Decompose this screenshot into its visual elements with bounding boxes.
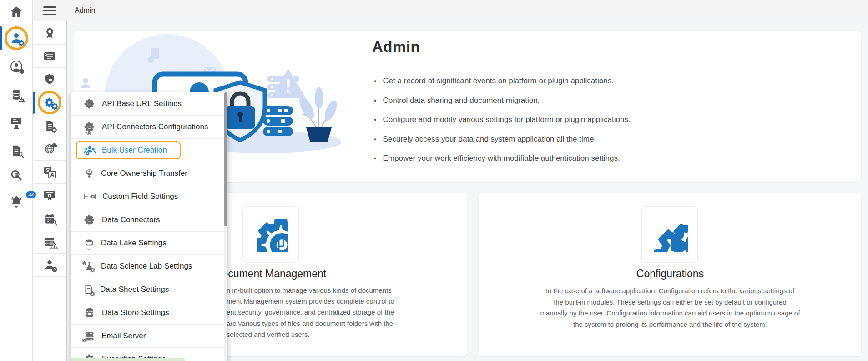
user-clock-icon bbox=[44, 259, 56, 271]
svg-text:$: $ bbox=[45, 52, 47, 56]
menu-item-core-ownership-transfer[interactable]: Core Ownership Transfer bbox=[71, 162, 227, 185]
menu-scrollbar-thumb[interactable] bbox=[224, 92, 227, 226]
top-bar: Admin bbox=[33, 0, 868, 21]
menu-item-api-connectors-configurations[interactable]: API API Connectors Configurations bbox=[71, 116, 227, 139]
sidebar-item-certificates[interactable] bbox=[33, 184, 66, 207]
secondary-sidebar: $ bbox=[33, 21, 67, 361]
user-info-icon bbox=[10, 60, 23, 73]
server-mail-icon bbox=[84, 331, 95, 341]
bottom-toast-peek bbox=[71, 358, 185, 361]
presentation-user-icon bbox=[10, 117, 23, 129]
admin-console: Admin bbox=[0, 0, 868, 361]
certificate-icon bbox=[44, 189, 56, 201]
flask-gear-icon bbox=[84, 261, 94, 272]
document-gear-icon bbox=[44, 120, 56, 132]
sidebar-item-schedule-search[interactable] bbox=[33, 207, 66, 230]
hero-bullet: Configure and modify various settings fo… bbox=[374, 110, 720, 130]
hamburger-menu-icon[interactable] bbox=[43, 6, 56, 15]
sidebar-item-data-sources[interactable] bbox=[0, 82, 33, 107]
translate-icon: A bbox=[44, 166, 56, 178]
sheet-gear-icon bbox=[84, 284, 93, 295]
server-alert-icon bbox=[44, 236, 56, 248]
configurations-gears-icon bbox=[45, 97, 55, 107]
card-title: Configurations bbox=[479, 268, 861, 280]
topbar-divider bbox=[67, 0, 67, 21]
sidebar-item-presentation[interactable] bbox=[0, 110, 33, 136]
data-search-icon bbox=[10, 169, 23, 182]
sidebar-item-security[interactable] bbox=[33, 68, 66, 91]
active-item-highlight: Bulk User Creation bbox=[76, 141, 181, 159]
hero-bullet-list: Get a record of significant events on pl… bbox=[374, 71, 720, 168]
configurations-flyout-menu: API Base URL Settings API API Connectors… bbox=[71, 92, 227, 361]
custom-field-icon bbox=[84, 192, 96, 202]
menu-item-data-sheet-settings[interactable]: Data Sheet Settings bbox=[71, 278, 227, 301]
certified-user-icon bbox=[44, 27, 56, 39]
gear-api-icon: API bbox=[84, 122, 95, 132]
sidebar-item-catalog-search[interactable] bbox=[0, 138, 33, 163]
menu-item-email-server[interactable]: Email Server bbox=[71, 325, 227, 348]
sidebar-item-user-activity[interactable] bbox=[33, 254, 66, 277]
breadcrumb: Admin bbox=[75, 6, 95, 15]
bulk-users-icon bbox=[84, 145, 96, 156]
sidebar-item-configurations[interactable] bbox=[33, 91, 66, 114]
menu-item-data-store-settings[interactable]: Data Store Settings bbox=[71, 301, 227, 325]
menu-item-data-science-lab-settings[interactable]: Data Science Lab Settings bbox=[71, 255, 227, 278]
configurations-card[interactable]: Configurations In the case of a software… bbox=[479, 193, 861, 356]
catalog-search-icon bbox=[10, 145, 22, 157]
data-lake-icon bbox=[84, 239, 94, 247]
sidebar-item-billing[interactable]: $ bbox=[33, 45, 66, 68]
sidebar-item-server-alerts[interactable] bbox=[33, 230, 66, 254]
gears-large-icon bbox=[651, 217, 688, 252]
sidebar-item-home[interactable] bbox=[0, 0, 33, 25]
gear-database-icon bbox=[84, 214, 95, 225]
menu-item-data-lake-settings[interactable]: Data Lake Settings bbox=[71, 232, 227, 255]
document-management-iconbox bbox=[242, 206, 299, 263]
sidebar-item-data-search[interactable] bbox=[0, 163, 33, 188]
sidebar-item-network[interactable] bbox=[33, 137, 66, 161]
home-icon bbox=[10, 5, 23, 19]
database-network-icon bbox=[10, 89, 22, 101]
sidebar-item-certified-users[interactable] bbox=[33, 21, 66, 45]
configurations-iconbox bbox=[641, 206, 698, 263]
security-shield-icon bbox=[44, 73, 56, 85]
svg-text:A: A bbox=[50, 172, 54, 178]
calendar-search-icon bbox=[44, 213, 56, 224]
database-lock-icon bbox=[84, 307, 95, 318]
hero-bullet: Securely access your data and system app… bbox=[374, 130, 720, 149]
menu-item-data-connectors[interactable]: Data Connectors bbox=[71, 208, 227, 232]
notification-badge: 32 bbox=[26, 191, 36, 198]
billing-document-icon: $ bbox=[44, 50, 56, 62]
menu-item-custom-field-settings[interactable]: Custom Field Settings bbox=[71, 185, 227, 208]
active-indicator-bar bbox=[0, 26, 2, 50]
menu-item-api-base-url-settings[interactable]: API Base URL Settings bbox=[71, 92, 227, 116]
primary-sidebar: 32 bbox=[0, 0, 33, 361]
active-indicator-bar bbox=[33, 92, 35, 114]
sidebar-item-document-settings[interactable] bbox=[33, 114, 66, 137]
hero-bullet: Control data sharing and document migrat… bbox=[374, 91, 720, 111]
menu-item-bulk-user-creation[interactable]: Bulk User Creation bbox=[71, 139, 227, 162]
sidebar-item-translations[interactable]: A bbox=[33, 161, 66, 184]
user-settings-icon bbox=[10, 32, 23, 45]
card-body: n in-built option to manage various kind… bbox=[227, 285, 394, 340]
globe-cloud-icon bbox=[44, 143, 55, 154]
gear-database-icon bbox=[84, 98, 95, 109]
sidebar-item-user-info[interactable] bbox=[0, 54, 33, 79]
card-body: In the case of a software application, C… bbox=[497, 285, 843, 330]
bulb-gear-icon bbox=[84, 168, 94, 179]
sidebar-item-user-management[interactable] bbox=[0, 25, 33, 51]
notifications-bell-icon: 32 bbox=[10, 194, 23, 208]
sidebar-item-notifications[interactable]: 32 bbox=[0, 188, 33, 214]
document-gear-large-icon bbox=[253, 217, 288, 252]
hero-bullet: Empower your work efficiency with modifi… bbox=[374, 149, 720, 168]
page-title: Admin bbox=[372, 38, 420, 56]
hero-bullet: Get a record of significant events on pl… bbox=[374, 71, 720, 91]
